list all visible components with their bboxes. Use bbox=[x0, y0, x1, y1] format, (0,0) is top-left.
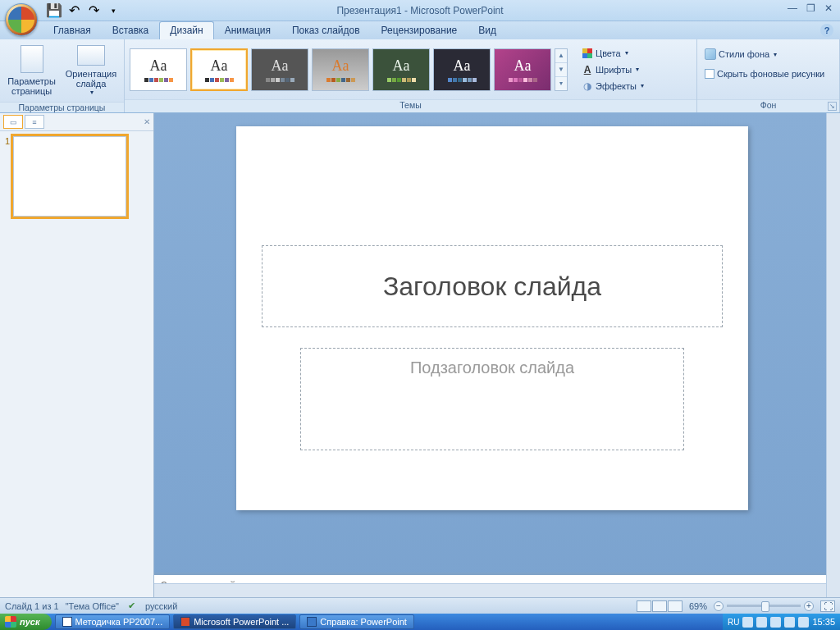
tab-animation[interactable]: Анимация bbox=[214, 21, 281, 39]
view-buttons bbox=[637, 600, 682, 612]
tray-icon[interactable] bbox=[770, 617, 781, 628]
powerpoint-icon bbox=[180, 617, 190, 627]
bg-dialog-launcher[interactable]: ↘ bbox=[828, 102, 837, 111]
effects-icon: ◑ bbox=[583, 80, 591, 92]
vertical-scrollbar[interactable] bbox=[826, 113, 840, 597]
thumb-number: 1 bbox=[5, 136, 10, 146]
theme-thumb[interactable]: Aa bbox=[494, 48, 551, 91]
start-button[interactable]: пуск bbox=[0, 614, 52, 630]
tab-insert[interactable]: Вставка bbox=[102, 21, 160, 39]
theme-thumb-selected[interactable]: Aa bbox=[190, 48, 248, 91]
theme-thumb[interactable]: Aa bbox=[312, 48, 369, 91]
tab-view[interactable]: Вид bbox=[468, 21, 507, 39]
outline-tab[interactable]: ≡ bbox=[25, 115, 44, 129]
ribbon-tabs: Главная Вставка Дизайн Анимация Показ сл… bbox=[0, 21, 840, 39]
panel-close-icon[interactable]: ✕ bbox=[144, 117, 150, 126]
group-bg-label: Фон↘ bbox=[697, 99, 839, 112]
sorter-view-button[interactable] bbox=[652, 600, 667, 612]
group-page-setup: Параметры страницы Ориентация слайда Пар… bbox=[0, 39, 125, 112]
group-themes-label: Темы bbox=[125, 99, 696, 112]
title-placeholder[interactable]: Заголовок слайда bbox=[262, 245, 723, 327]
theme-thumb[interactable]: Aa bbox=[372, 48, 430, 91]
spellcheck-icon[interactable]: ✔ bbox=[126, 600, 139, 613]
slide-panel: ▭ ≡ ✕ 1 bbox=[0, 113, 154, 597]
office-button[interactable] bbox=[5, 3, 38, 36]
help-icon[interactable]: ? bbox=[820, 24, 833, 37]
tab-home[interactable]: Главная bbox=[43, 21, 102, 39]
theme-gallery-spinner[interactable]: ▲▼▾ bbox=[555, 48, 568, 91]
restore-button[interactable]: ❐ bbox=[804, 2, 817, 14]
help-app-icon bbox=[307, 617, 317, 627]
word-icon bbox=[62, 617, 72, 627]
group-themes: Aa Aa Aa Aa Aa Aa Aa ▲▼▾ Цвета AШрифты ◑… bbox=[125, 39, 697, 112]
hide-bg-label: Скрыть фоновые рисунки bbox=[717, 69, 824, 79]
page-icon bbox=[21, 45, 43, 73]
tray-icon[interactable] bbox=[756, 617, 767, 628]
slide-counter: Слайд 1 из 1 bbox=[5, 601, 59, 611]
tab-design[interactable]: Дизайн bbox=[159, 21, 213, 39]
page-setup-button[interactable]: Параметры страницы bbox=[5, 43, 58, 98]
taskbar-item-active[interactable]: Microsoft PowerPoint ... bbox=[173, 614, 296, 629]
zoom-slider[interactable]: − + bbox=[714, 601, 814, 611]
fonts-label: Шрифты bbox=[596, 65, 632, 75]
taskbar: пуск Методичка PP2007... Microsoft Power… bbox=[0, 614, 840, 630]
save-icon[interactable]: 💾 bbox=[46, 2, 62, 19]
minimize-button[interactable]: — bbox=[786, 2, 799, 14]
work-area: ▭ ≡ ✕ 1 Заголовок слайда Подзаголовок сл… bbox=[0, 113, 840, 597]
fit-to-window-button[interactable]: ⛶ bbox=[820, 600, 835, 612]
group-background: Стили фона Скрыть фоновые рисунки Фон↘ bbox=[697, 39, 840, 112]
window-controls: — ❐ ✕ bbox=[786, 2, 835, 14]
group-page-label: Параметры страницы bbox=[0, 102, 124, 112]
zoom-in-button[interactable]: + bbox=[804, 601, 814, 611]
font-icon: A bbox=[584, 64, 591, 75]
slides-tab[interactable]: ▭ bbox=[3, 115, 23, 129]
zoom-percent[interactable]: 69% bbox=[689, 601, 707, 611]
tray-icon[interactable] bbox=[798, 617, 809, 628]
theme-thumb[interactable]: Aa bbox=[433, 48, 491, 91]
input-language[interactable]: RU bbox=[728, 618, 739, 627]
tray-icon[interactable] bbox=[784, 617, 795, 628]
tab-slideshow[interactable]: Показ слайдов bbox=[281, 21, 371, 39]
ribbon: Параметры страницы Ориентация слайда Пар… bbox=[0, 39, 840, 113]
slideshow-view-button[interactable] bbox=[668, 600, 682, 612]
slide-orientation-button[interactable]: Ориентация слайда bbox=[63, 43, 119, 98]
theme-thumb[interactable]: Aa bbox=[130, 48, 187, 91]
window-title: Презентация1 - Microsoft PowerPoint bbox=[336, 5, 503, 16]
theme-effects-button[interactable]: ◑Эффекты bbox=[579, 78, 646, 94]
windows-logo-icon bbox=[5, 616, 16, 628]
slide-thumbnail[interactable] bbox=[13, 136, 126, 217]
language-indicator[interactable]: русский bbox=[145, 601, 177, 611]
zoom-track[interactable] bbox=[727, 605, 801, 607]
bg-styles-label: Стили фона bbox=[719, 49, 769, 59]
theme-fonts-button[interactable]: AШрифты bbox=[579, 62, 646, 78]
taskbar-item[interactable]: Справка: PowerPoint bbox=[299, 614, 414, 629]
redo-icon[interactable]: ↷ bbox=[85, 2, 102, 19]
titlebar: 💾 ↶ ↷ ▾ Презентация1 - Microsoft PowerPo… bbox=[0, 0, 840, 21]
zoom-out-button[interactable]: − bbox=[714, 601, 724, 611]
page-setup-label: Параметры страницы bbox=[7, 76, 56, 96]
theme-colors-button[interactable]: Цвета bbox=[579, 45, 646, 62]
slide[interactable]: Заголовок слайда Подзаголовок слайда bbox=[236, 126, 748, 510]
clock[interactable]: 15:35 bbox=[812, 617, 835, 627]
undo-icon[interactable]: ↶ bbox=[66, 2, 82, 19]
theme-thumb[interactable]: Aa bbox=[251, 48, 308, 91]
tray-icon[interactable] bbox=[742, 617, 753, 628]
orientation-icon bbox=[77, 45, 105, 66]
close-button[interactable]: ✕ bbox=[822, 2, 835, 14]
tab-review[interactable]: Рецензирование bbox=[371, 21, 468, 39]
qat-more-icon[interactable]: ▾ bbox=[105, 2, 121, 19]
background-styles-button[interactable]: Стили фона bbox=[702, 46, 779, 62]
system-tray: RU 15:35 bbox=[723, 614, 840, 630]
palette-icon bbox=[582, 48, 592, 58]
subtitle-placeholder[interactable]: Подзаголовок слайда bbox=[300, 348, 684, 450]
effects-label: Эффекты bbox=[596, 81, 637, 91]
taskbar-item[interactable]: Методичка PP2007... bbox=[55, 614, 171, 629]
checkbox-icon bbox=[705, 69, 714, 79]
normal-view-button[interactable] bbox=[637, 600, 651, 612]
subtitle-placeholder-text: Подзаголовок слайда bbox=[410, 358, 574, 377]
horizontal-scrollbar[interactable] bbox=[154, 583, 826, 597]
hide-bg-graphics-checkbox[interactable]: Скрыть фоновые рисунки bbox=[702, 66, 827, 82]
slide-canvas-area: Заголовок слайда Подзаголовок слайда Зам… bbox=[154, 113, 840, 597]
start-label: пуск bbox=[20, 617, 40, 627]
status-bar: Слайд 1 из 1 "Тема Office" ✔ русский 69%… bbox=[0, 597, 840, 614]
